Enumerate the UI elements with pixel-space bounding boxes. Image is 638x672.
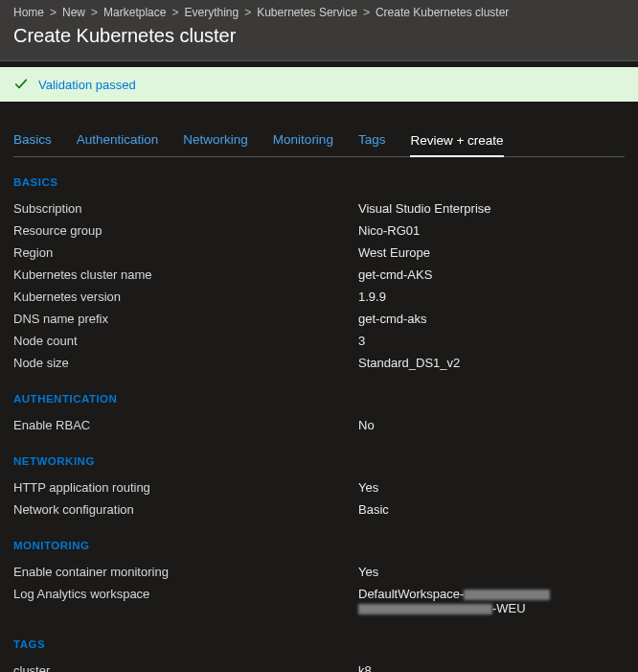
kv-key: Subscription: [13, 201, 358, 216]
kv-row: DNS name prefix get-cmd-aks: [13, 308, 625, 330]
kv-value: 3: [358, 334, 625, 348]
tabs: Basics Authentication Networking Monitor…: [13, 125, 625, 157]
kv-key: Node count: [13, 334, 358, 348]
kv-row: cluster k8: [13, 660, 625, 672]
breadcrumb-item[interactable]: New: [62, 6, 85, 19]
breadcrumb-item[interactable]: Everything: [184, 6, 239, 19]
breadcrumb-item[interactable]: Create Kubernetes cluster: [376, 6, 509, 19]
chevron-right-icon: >: [171, 6, 178, 19]
chevron-right-icon: >: [244, 6, 251, 19]
kv-key: Enable RBAC: [13, 418, 358, 432]
kv-row: Kubernetes version 1.9.9: [13, 286, 625, 308]
kv-row: Log Analytics workspace DefaultWorkspace…: [13, 583, 625, 619]
kv-value: get-cmd-AKS: [358, 267, 625, 282]
kv-value-redacted: DefaultWorkspace- -WEU: [358, 587, 625, 615]
kv-key: Log Analytics workspace: [13, 587, 358, 615]
kv-value: 1.9.9: [358, 290, 625, 304]
kv-key: DNS name prefix: [13, 312, 358, 326]
kv-value: Visual Studio Enterprise: [358, 201, 625, 216]
kv-key: Kubernetes version: [13, 290, 358, 304]
kv-key: Resource group: [13, 223, 358, 238]
breadcrumb: Home > New > Marketplace > Everything > …: [13, 6, 625, 19]
validation-message: Validation passed: [38, 78, 136, 92]
section-heading-basics: BASICS: [13, 176, 625, 188]
kv-key: Kubernetes cluster name: [13, 267, 358, 282]
kv-value: Basic: [358, 502, 625, 517]
tab-monitoring[interactable]: Monitoring: [273, 125, 333, 156]
section-heading-tags: TAGS: [13, 638, 625, 650]
kv-row: HTTP application routing Yes: [13, 476, 625, 498]
redacted-text: [464, 590, 550, 600]
kv-key: Network configuration: [13, 502, 358, 517]
kv-row: Network configuration Basic: [13, 498, 625, 521]
breadcrumb-item[interactable]: Kubernetes Service: [257, 6, 357, 19]
chevron-right-icon: >: [91, 6, 98, 19]
content: Basics Authentication Networking Monitor…: [0, 125, 638, 672]
kv-row: Resource group Nico-RG01: [13, 220, 625, 242]
kv-value-suffix: -WEU: [492, 601, 526, 615]
kv-key: Region: [13, 245, 358, 260]
kv-value: Yes: [358, 480, 625, 495]
kv-key: Enable container monitoring: [13, 565, 358, 579]
kv-row: Enable container monitoring Yes: [13, 561, 625, 583]
kv-key: Node size: [13, 356, 358, 370]
kv-row: Kubernetes cluster name get-cmd-AKS: [13, 264, 625, 286]
kv-row: Region West Europe: [13, 242, 625, 264]
chevron-right-icon: >: [50, 6, 57, 19]
kv-key: cluster: [13, 663, 358, 672]
kv-value: Standard_DS1_v2: [358, 356, 625, 370]
tab-tags[interactable]: Tags: [358, 125, 386, 156]
kv-value: Nico-RG01: [358, 223, 625, 238]
tab-networking[interactable]: Networking: [183, 125, 248, 156]
tab-authentication[interactable]: Authentication: [77, 125, 159, 156]
kv-key: HTTP application routing: [13, 480, 358, 495]
kv-value: West Europe: [358, 245, 625, 260]
section-heading-authentication: AUTHENTICATION: [13, 393, 625, 405]
validation-banner: Validation passed: [0, 67, 638, 102]
kv-row: Enable RBAC No: [13, 414, 625, 436]
kv-row: Subscription Visual Studio Enterprise: [13, 197, 625, 220]
kv-row: Node count 3: [13, 330, 625, 352]
breadcrumb-item[interactable]: Home: [13, 6, 44, 19]
kv-row: Node size Standard_DS1_v2: [13, 352, 625, 374]
chevron-right-icon: >: [363, 6, 370, 19]
kv-value-prefix: DefaultWorkspace-: [358, 587, 464, 601]
section-heading-monitoring: MONITORING: [13, 540, 625, 551]
tab-review-create[interactable]: Review + create: [410, 126, 503, 157]
check-icon: [13, 77, 29, 92]
page-title: Create Kubernetes cluster: [13, 25, 625, 55]
kv-value: Yes: [358, 565, 625, 579]
section-heading-networking: NETWORKING: [13, 455, 625, 467]
top-bar: Home > New > Marketplace > Everything > …: [0, 0, 638, 61]
redacted-text: [358, 604, 492, 614]
breadcrumb-item[interactable]: Marketplace: [103, 6, 166, 19]
kv-value: No: [358, 418, 625, 432]
kv-value: k8: [358, 663, 625, 672]
tab-basics[interactable]: Basics: [13, 125, 52, 156]
kv-value: get-cmd-aks: [358, 312, 625, 326]
